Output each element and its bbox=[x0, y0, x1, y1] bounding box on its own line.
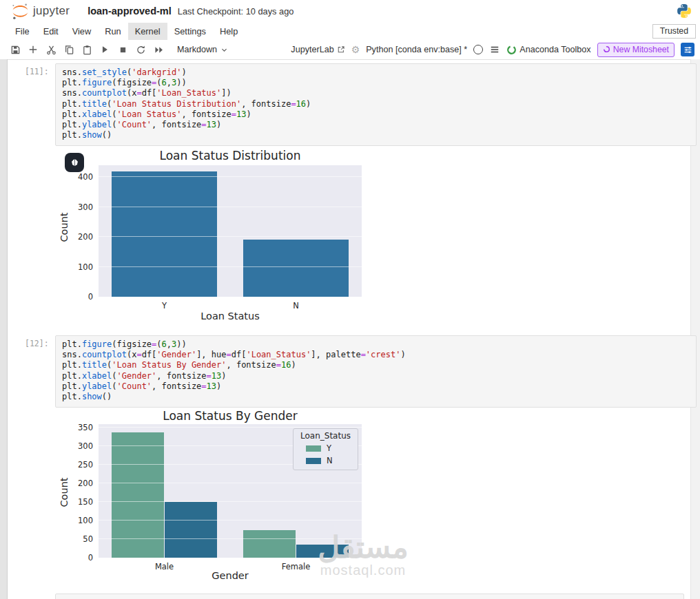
chart-title: Loan Status Distribution bbox=[99, 149, 362, 162]
anaconda-toolbox[interactable]: Anaconda Toolbox bbox=[506, 45, 590, 55]
python-logo-icon bbox=[677, 3, 692, 19]
jupyter-logo-text: jupyter bbox=[33, 4, 70, 18]
legend-label: Y bbox=[327, 443, 331, 453]
legend-swatch bbox=[306, 458, 321, 464]
y-tick-label: 250 bbox=[78, 460, 93, 470]
x-tick-label: N bbox=[293, 301, 299, 311]
left-gutter bbox=[0, 59, 8, 599]
chart-loan-status-by-gender: Loan Status By GenderCount05010015020025… bbox=[61, 408, 391, 591]
run-cell-icon[interactable] bbox=[99, 44, 110, 55]
kernel-name[interactable]: Python [conda env:base] * bbox=[366, 45, 467, 54]
jupyter-logo: jupyter bbox=[11, 2, 70, 21]
toolbar-right: JupyterLab ⚙ Python [conda env:base] * A… bbox=[291, 43, 694, 57]
bar bbox=[296, 545, 349, 558]
legend-title: Loan_Status bbox=[300, 431, 351, 441]
chart-title: Loan Status By Gender bbox=[99, 409, 362, 423]
legend-entry: N bbox=[300, 456, 351, 465]
bar bbox=[112, 171, 217, 297]
ai-assistant-button[interactable] bbox=[65, 153, 84, 172]
next-code-cell-partial[interactable] bbox=[55, 593, 684, 599]
cell-type-dropdown[interactable]: Markdown bbox=[177, 45, 228, 54]
menu-kernel[interactable]: Kernel bbox=[128, 23, 167, 40]
menu-settings[interactable]: Settings bbox=[167, 23, 213, 40]
stop-kernel-icon[interactable] bbox=[117, 44, 128, 55]
y-tick-label: 100 bbox=[78, 262, 93, 272]
jupyter-logo-icon bbox=[11, 2, 30, 21]
paste-cell-icon[interactable] bbox=[81, 44, 92, 55]
save-icon[interactable] bbox=[10, 44, 21, 55]
cut-cell-icon[interactable] bbox=[45, 44, 56, 55]
external-link-icon bbox=[337, 45, 345, 54]
legend: Loan_StatusYN bbox=[293, 428, 358, 470]
add-cell-icon[interactable] bbox=[28, 44, 39, 55]
y-tick-label: 300 bbox=[78, 202, 93, 212]
new-mitosheet-button[interactable]: New Mitosheet bbox=[597, 43, 675, 57]
anaconda-icon bbox=[506, 45, 517, 55]
y-tick-label: 50 bbox=[83, 534, 93, 544]
run-all-cells-icon[interactable] bbox=[153, 44, 164, 55]
checkpoint-status: Last Checkpoint: 10 days ago bbox=[178, 6, 294, 17]
jupyter-notebook-window: jupyter loan-approved-ml Last Checkpoint… bbox=[0, 0, 700, 599]
y-tick-label: 300 bbox=[78, 441, 93, 451]
notebook-title[interactable]: loan-approved-ml bbox=[88, 6, 172, 17]
bar bbox=[165, 502, 217, 558]
plot-area: 050100150200250300350MaleFemaleLoan_Stat… bbox=[99, 424, 362, 558]
toolbar-menu-icon[interactable] bbox=[489, 45, 500, 54]
y-tick-label: 350 bbox=[78, 423, 93, 432]
menu-view[interactable]: View bbox=[65, 23, 99, 40]
legend-entry: Y bbox=[300, 443, 351, 453]
restart-kernel-icon[interactable] bbox=[135, 44, 146, 55]
table-settings-icon[interactable] bbox=[681, 43, 694, 56]
copy-cell-icon[interactable] bbox=[63, 44, 74, 55]
notebook-toolbar: Markdown JupyterLab ⚙ Python [conda env:… bbox=[0, 40, 700, 60]
y-tick-label: 200 bbox=[78, 479, 93, 488]
menu-help[interactable]: Help bbox=[213, 23, 245, 40]
input-prompt: [11]: bbox=[25, 67, 49, 76]
mitosheet-icon bbox=[603, 45, 610, 53]
kernel-status-icon bbox=[473, 45, 483, 54]
menu-run[interactable]: Run bbox=[98, 23, 127, 40]
jupyterlab-link[interactable]: JupyterLab bbox=[291, 45, 344, 54]
y-tick-label: 400 bbox=[78, 172, 93, 182]
trusted-button[interactable]: Trusted bbox=[652, 24, 696, 39]
cell-type-value: Markdown bbox=[177, 45, 217, 54]
legend-swatch bbox=[306, 445, 321, 452]
x-axis-label: Gender bbox=[99, 570, 362, 581]
gear-icon[interactable]: ⚙ bbox=[351, 44, 360, 55]
y-tick-label: 100 bbox=[78, 516, 93, 525]
chevron-down-icon bbox=[220, 46, 228, 54]
y-tick-label: 150 bbox=[78, 497, 93, 507]
y-tick-label: 0 bbox=[88, 553, 93, 563]
legend-label: N bbox=[327, 456, 333, 465]
menubar: File Edit View Run Kernel Settings Help … bbox=[0, 22, 700, 41]
chart-loan-status-distribution: Loan Status DistributionCount01002003004… bbox=[61, 147, 391, 326]
y-axis-label: Count bbox=[59, 451, 72, 534]
code-cell-11[interactable]: sns.set_style('darkgrid')plt.figure(figs… bbox=[55, 63, 697, 146]
bar bbox=[243, 530, 296, 558]
y-axis-label: Count bbox=[59, 186, 72, 269]
plot-area: 0100200300400YN bbox=[99, 165, 362, 297]
bar bbox=[243, 240, 349, 297]
y-tick-label: 0 bbox=[88, 292, 93, 302]
y-tick-label: 200 bbox=[78, 232, 93, 242]
menu-file[interactable]: File bbox=[8, 23, 37, 40]
x-tick-label: Y bbox=[162, 301, 167, 311]
brain-icon bbox=[70, 158, 80, 168]
titlebar: jupyter loan-approved-ml Last Checkpoint… bbox=[0, 0, 700, 23]
x-axis-label: Loan Status bbox=[99, 311, 362, 322]
code-cell-12[interactable]: plt.figure(figsize=(6,3))sns.countplot(x… bbox=[55, 335, 697, 408]
input-prompt: [12]: bbox=[25, 339, 49, 348]
menu-edit[interactable]: Edit bbox=[37, 23, 65, 40]
